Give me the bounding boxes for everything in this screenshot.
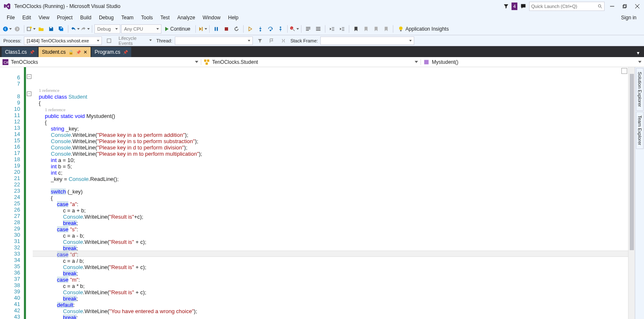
tab-class1[interactable]: Class1.cs📌 [2, 47, 38, 57]
stop-button[interactable] [222, 24, 231, 34]
process-label: Process: [3, 38, 21, 43]
notification-badge[interactable]: 4 [512, 3, 517, 10]
step-into-button[interactable] [256, 24, 265, 34]
team-explorer-tab[interactable]: Team Explorer [636, 112, 644, 149]
app-insights-button[interactable]: Application Insights [395, 26, 451, 32]
config-combo[interactable]: Debug [94, 24, 120, 34]
comment-button[interactable] [304, 24, 313, 34]
step-over-button[interactable] [266, 24, 275, 34]
quick-launch-input[interactable]: Quick Launch (Ctrl+Q) [529, 2, 605, 11]
svg-rect-23 [306, 30, 309, 31]
tab-program[interactable]: Program.cs📌 [91, 47, 131, 57]
new-project-button[interactable] [26, 24, 36, 34]
outline-column[interactable]: − − [27, 67, 33, 319]
menu-tools[interactable]: Tools [138, 14, 156, 21]
thread-combo[interactable] [175, 37, 253, 45]
decrease-indent-button[interactable] [327, 24, 337, 34]
navigation-bar: C#TenOClocks TenOClocks.Student Mystuden… [0, 57, 644, 67]
collapse-icon[interactable]: − [27, 92, 31, 96]
platform-combo[interactable]: Any CPU [121, 24, 161, 34]
svg-rect-25 [316, 28, 321, 29]
pause-button[interactable] [212, 24, 221, 34]
menu-window[interactable]: Window [199, 14, 224, 21]
close-icon[interactable]: ✕ [83, 50, 87, 55]
close-button[interactable] [632, 2, 642, 11]
solution-explorer-tab[interactable]: Solution Explorer [636, 68, 644, 111]
code-editor[interactable]: 67 8910111213141516171819202122232425262… [0, 67, 644, 319]
lifecycle-combo[interactable]: Lifecycle Events [116, 37, 154, 45]
svg-rect-33 [400, 30, 402, 31]
menu-test[interactable]: Test [157, 14, 173, 21]
pin-icon[interactable]: 📌 [123, 50, 128, 55]
thread-marker-icon[interactable] [279, 36, 288, 45]
process-combo[interactable]: [1484] TenOClocks.vshost.exe [24, 37, 102, 45]
svg-rect-3 [623, 5, 626, 8]
continue-button[interactable]: Continue [162, 24, 193, 34]
next-bookmark-button[interactable] [371, 24, 381, 34]
svg-point-17 [270, 29, 271, 31]
member-combo[interactable]: Mystudent() [421, 59, 644, 65]
menu-build[interactable]: Build [77, 14, 95, 21]
menu-view[interactable]: View [35, 14, 53, 21]
tab-overflow-button[interactable]: ▾ [634, 49, 642, 57]
menu-analyze[interactable]: Analyze [174, 14, 199, 21]
save-button[interactable] [47, 24, 56, 34]
next-statement-button[interactable] [246, 24, 255, 34]
minimize-button[interactable] [607, 2, 617, 11]
svg-point-18 [280, 26, 281, 28]
svg-rect-24 [316, 27, 321, 28]
menu-debug[interactable]: Debug [96, 14, 117, 21]
svg-rect-28 [332, 29, 334, 29]
change-indicator [23, 67, 27, 319]
pin-icon[interactable]: 📌 [29, 50, 34, 55]
menu-project[interactable]: Project [54, 14, 76, 21]
svg-rect-13 [215, 27, 216, 31]
svg-rect-4 [624, 5, 627, 8]
project-combo[interactable]: C#TenOClocks [0, 59, 201, 65]
bookmark-button[interactable] [351, 24, 361, 34]
nav-forward-button[interactable] [13, 24, 22, 34]
menu-file[interactable]: File [3, 14, 18, 21]
tab-student[interactable]: Student.cs🔒📌✕ [39, 47, 91, 57]
svg-rect-38 [207, 59, 209, 61]
type-combo[interactable]: TenOClocks.Student [201, 59, 421, 65]
menu-edit[interactable]: Edit [19, 14, 34, 21]
prev-bookmark-button[interactable] [361, 24, 371, 34]
lifecycle-icon[interactable] [104, 36, 114, 45]
maximize-button[interactable] [620, 2, 630, 11]
menu-team[interactable]: Team [118, 14, 137, 21]
clear-bookmarks-button[interactable] [382, 24, 391, 34]
split-icon[interactable] [621, 68, 627, 74]
uncomment-button[interactable] [314, 24, 323, 34]
redo-button[interactable] [80, 24, 90, 34]
undo-button[interactable] [70, 24, 80, 34]
restart-button[interactable] [232, 24, 241, 34]
collapse-icon[interactable]: − [27, 74, 31, 79]
svg-point-0 [598, 5, 601, 7]
filter-thread-icon[interactable] [255, 36, 265, 45]
code-area[interactable]: 1 reference public class Student { 1 ref… [33, 67, 628, 319]
vertical-scrollbar[interactable] [628, 67, 635, 319]
pin-icon[interactable]: 📌 [76, 50, 81, 55]
svg-rect-37 [204, 59, 206, 61]
method-icon [423, 59, 429, 65]
sign-in-button[interactable]: Sign in [617, 14, 641, 21]
play-icon [165, 27, 169, 31]
filter-icon[interactable] [503, 3, 509, 9]
menu-help[interactable]: Help [225, 14, 242, 21]
stackframe-label: Stack Frame: [291, 38, 318, 43]
stackframe-combo[interactable] [320, 37, 414, 45]
step-out-button[interactable] [276, 24, 285, 34]
lock-icon: 🔒 [68, 50, 73, 55]
feedback-icon[interactable] [520, 3, 527, 10]
svg-rect-15 [225, 27, 228, 31]
increase-indent-button[interactable] [338, 24, 347, 34]
nav-backward-button[interactable] [3, 24, 12, 34]
intellitrace-button[interactable]: % [290, 24, 299, 34]
svg-point-7 [3, 26, 8, 31]
save-all-button[interactable] [57, 24, 66, 34]
debug-toolbar: Process: [1484] TenOClocks.vshost.exe Li… [0, 35, 644, 46]
step-button-1[interactable] [198, 24, 207, 34]
flag-thread-icon[interactable] [267, 36, 276, 45]
open-file-button[interactable] [36, 24, 46, 34]
